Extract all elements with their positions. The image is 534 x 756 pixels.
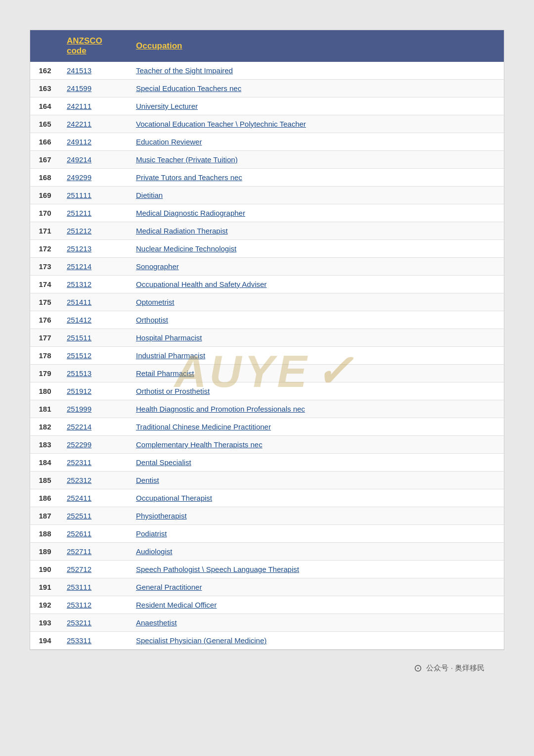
occupation-link[interactable]: Podiatrist [136, 529, 167, 538]
anzsco-link[interactable]: 251512 [67, 351, 91, 360]
row-occupation[interactable]: Physiotherapist [129, 507, 504, 525]
row-anzsco-code[interactable]: 251211 [60, 204, 129, 222]
anzsco-link[interactable]: 252712 [67, 565, 91, 573]
occupation-link[interactable]: Optometrist [136, 298, 175, 306]
row-anzsco-code[interactable]: 252214 [60, 418, 129, 436]
row-occupation[interactable]: Medical Radiation Therapist [129, 222, 504, 240]
row-occupation[interactable]: Music Teacher (Private Tuition) [129, 151, 504, 169]
occupation-link[interactable]: Medical Diagnostic Radiographer [136, 209, 245, 217]
occupation-link[interactable]: Dental Specialist [136, 458, 191, 467]
row-anzsco-code[interactable]: 252711 [60, 543, 129, 561]
row-anzsco-code[interactable]: 252299 [60, 436, 129, 454]
row-occupation[interactable]: Private Tutors and Teachers nec [129, 169, 504, 187]
anzsco-link[interactable]: 252411 [67, 494, 91, 502]
occupation-link[interactable]: Dietitian [136, 191, 163, 199]
occupation-link[interactable]: Resident Medical Officer [136, 601, 217, 609]
anzsco-link[interactable]: 253311 [67, 636, 91, 645]
occupation-link[interactable]: Occupational Health and Safety Adviser [136, 280, 267, 288]
row-occupation[interactable]: Resident Medical Officer [129, 596, 504, 614]
row-anzsco-code[interactable]: 253211 [60, 614, 129, 632]
anzsco-link[interactable]: 253112 [67, 601, 91, 609]
occupation-link[interactable]: Anaesthetist [136, 618, 177, 627]
row-occupation[interactable]: Occupational Therapist [129, 489, 504, 507]
anzsco-link[interactable]: 251312 [67, 280, 91, 288]
row-occupation[interactable]: Podiatrist [129, 525, 504, 543]
anzsco-link[interactable]: 249112 [67, 138, 91, 146]
anzsco-link[interactable]: 251411 [67, 298, 91, 306]
anzsco-link[interactable]: 251214 [67, 262, 91, 271]
anzsco-link[interactable]: 242111 [67, 102, 91, 110]
row-occupation[interactable]: Vocational Education Teacher \ Polytechn… [129, 115, 504, 133]
occupation-link[interactable]: Sonographer [136, 262, 179, 271]
row-anzsco-code[interactable]: 249112 [60, 133, 129, 151]
row-occupation[interactable]: Health Diagnostic and Promotion Professi… [129, 400, 504, 418]
anzsco-link[interactable]: 251212 [67, 227, 91, 235]
row-anzsco-code[interactable]: 249299 [60, 169, 129, 187]
anzsco-link[interactable]: 252214 [67, 423, 91, 431]
row-occupation[interactable]: Medical Diagnostic Radiographer [129, 204, 504, 222]
anzsco-link[interactable]: 253211 [67, 618, 91, 627]
anzsco-link[interactable]: 252711 [67, 547, 91, 556]
row-occupation[interactable]: Education Reviewer [129, 133, 504, 151]
row-anzsco-code[interactable]: 251312 [60, 276, 129, 293]
row-anzsco-code[interactable]: 251111 [60, 187, 129, 204]
row-anzsco-code[interactable]: 251412 [60, 311, 129, 329]
row-occupation[interactable]: Industrial Pharmacist [129, 347, 504, 365]
anzsco-link[interactable]: 253111 [67, 583, 91, 591]
row-anzsco-code[interactable]: 252311 [60, 454, 129, 472]
anzsco-link[interactable]: 251211 [67, 209, 91, 217]
occupation-link[interactable]: Audiologist [136, 547, 172, 556]
occupation-link[interactable]: Speech Pathologist \ Speech Language The… [136, 565, 299, 573]
row-occupation[interactable]: Teacher of the Sight Impaired [129, 62, 504, 80]
occupation-link[interactable]: Teacher of the Sight Impaired [136, 66, 233, 75]
occupation-link[interactable]: Music Teacher (Private Tuition) [136, 155, 238, 164]
occupation-link[interactable]: Vocational Education Teacher \ Polytechn… [136, 120, 306, 128]
row-anzsco-code[interactable]: 251512 [60, 347, 129, 365]
row-anzsco-code[interactable]: 241599 [60, 80, 129, 97]
row-occupation[interactable]: Complementary Health Therapists nec [129, 436, 504, 454]
occupation-link[interactable]: University Lecturer [136, 102, 198, 110]
row-occupation[interactable]: Orthotist or Prosthetist [129, 382, 504, 400]
anzsco-link[interactable]: 252312 [67, 476, 91, 484]
row-occupation[interactable]: University Lecturer [129, 97, 504, 115]
anzsco-link[interactable]: 252611 [67, 529, 91, 538]
anzsco-link[interactable]: 251412 [67, 316, 91, 324]
row-anzsco-code[interactable]: 251912 [60, 382, 129, 400]
row-anzsco-code[interactable]: 251511 [60, 329, 129, 347]
occupation-link[interactable]: Nuclear Medicine Technologist [136, 244, 236, 253]
anzsco-link[interactable]: 251111 [67, 191, 91, 199]
anzsco-link[interactable]: 252299 [67, 440, 91, 449]
row-occupation[interactable]: Sonographer [129, 258, 504, 276]
row-anzsco-code[interactable]: 251999 [60, 400, 129, 418]
row-occupation[interactable]: Nuclear Medicine Technologist [129, 240, 504, 258]
anzsco-link[interactable]: 242211 [67, 120, 91, 128]
row-occupation[interactable]: Dietitian [129, 187, 504, 204]
occupation-link[interactable]: Industrial Pharmacist [136, 351, 205, 360]
row-anzsco-code[interactable]: 242211 [60, 115, 129, 133]
occupation-link[interactable]: Private Tutors and Teachers nec [136, 173, 242, 182]
row-occupation[interactable]: Specialist Physician (General Medicine) [129, 632, 504, 650]
row-anzsco-code[interactable]: 253111 [60, 578, 129, 596]
anzsco-link[interactable]: 251511 [67, 333, 91, 342]
row-anzsco-code[interactable]: 252312 [60, 472, 129, 489]
occupation-link[interactable]: Special Education Teachers nec [136, 84, 241, 93]
row-occupation[interactable]: Optometrist [129, 293, 504, 311]
occupation-link[interactable]: Retail Pharmacist [136, 369, 194, 378]
occupation-link[interactable]: Orthotist or Prosthetist [136, 387, 210, 395]
row-anzsco-code[interactable]: 251214 [60, 258, 129, 276]
occupation-link[interactable]: Occupational Therapist [136, 494, 212, 502]
row-occupation[interactable]: Special Education Teachers nec [129, 80, 504, 97]
occupation-link[interactable]: Medical Radiation Therapist [136, 227, 228, 235]
row-anzsco-code[interactable]: 242111 [60, 97, 129, 115]
occupation-link[interactable]: Dentist [136, 476, 159, 484]
occupation-link[interactable]: Hospital Pharmacist [136, 333, 202, 342]
row-anzsco-code[interactable]: 253311 [60, 632, 129, 650]
anzsco-link[interactable]: 252511 [67, 512, 91, 520]
row-anzsco-code[interactable]: 252411 [60, 489, 129, 507]
occupation-link[interactable]: General Practitioner [136, 583, 202, 591]
row-anzsco-code[interactable]: 252611 [60, 525, 129, 543]
occupation-link[interactable]: Specialist Physician (General Medicine) [136, 636, 267, 645]
anzsco-link[interactable]: 241513 [67, 66, 91, 75]
occupation-link[interactable]: Education Reviewer [136, 138, 202, 146]
row-anzsco-code[interactable]: 241513 [60, 62, 129, 80]
